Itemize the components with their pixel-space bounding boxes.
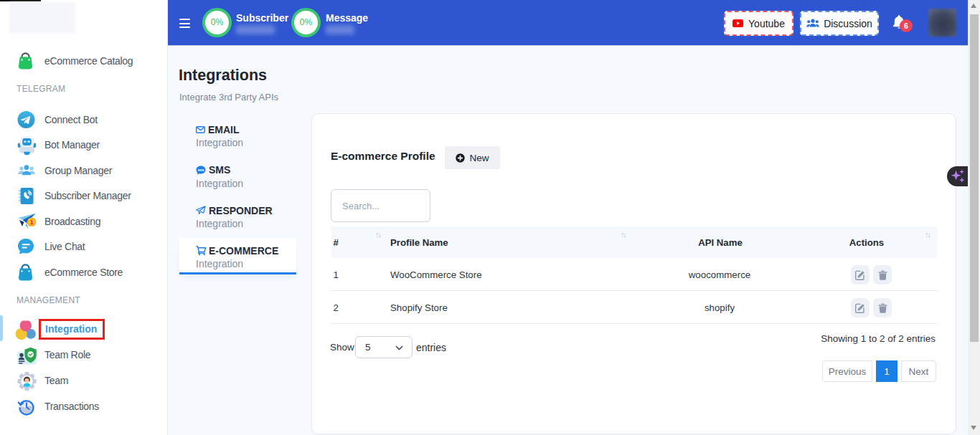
svg-text:1: 1 [29,219,33,226]
svg-text:SMS: SMS [197,168,204,172]
